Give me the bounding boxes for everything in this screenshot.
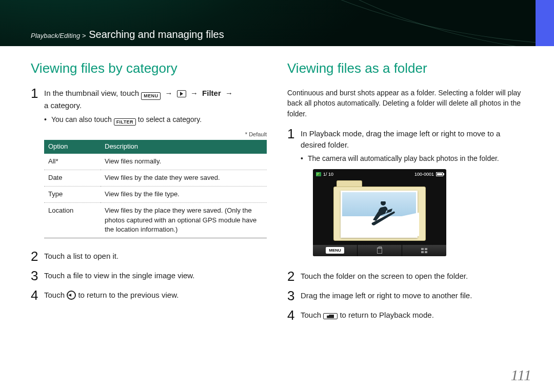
back-icon bbox=[67, 291, 76, 300]
step-number: 4 bbox=[31, 288, 44, 302]
folder-image bbox=[333, 180, 426, 241]
step-number: 4 bbox=[287, 308, 301, 322]
screen-bottombar: MENU bbox=[313, 245, 446, 256]
step-4-left: 4 Touch to return to the previous view. bbox=[31, 290, 267, 302]
step1-text-a: In the thumbnail view, touch bbox=[44, 89, 141, 97]
trash-icon bbox=[377, 247, 382, 254]
opt-cell: Date bbox=[44, 170, 101, 186]
arrow-icon: → bbox=[165, 89, 173, 97]
menu-badge-icon: MENU bbox=[141, 92, 161, 100]
section-tab bbox=[536, 0, 554, 46]
page-number: 111 bbox=[510, 366, 531, 384]
screen-counter: 1/ 10 bbox=[323, 172, 333, 177]
table-row: Date View files by the date they were sa… bbox=[44, 170, 267, 186]
table-row: Type View files by the file type. bbox=[44, 186, 267, 202]
step-2-left: 2 Touch a list to open it. bbox=[31, 251, 267, 263]
photo-thumbnail bbox=[341, 191, 418, 238]
screen-thumb-button[interactable] bbox=[402, 245, 446, 256]
menu-label: MENU bbox=[326, 247, 344, 254]
battery-icon bbox=[436, 172, 443, 176]
options-table: Option Description All* View files norma… bbox=[44, 140, 267, 238]
step-1-left: 1 In the thumbnail view, touch MENU → → … bbox=[31, 88, 267, 238]
sub-bullet: • The camera will automatically play bac… bbox=[301, 153, 523, 163]
step-number: 1 bbox=[31, 87, 44, 100]
breadcrumb: Playback/Editing > Searching and managin… bbox=[31, 29, 224, 40]
opt-cell: Location bbox=[44, 202, 101, 238]
step4-text-b: to return to the previous view. bbox=[78, 291, 179, 299]
intro-paragraph: Continuous and burst shots appear as a f… bbox=[287, 88, 523, 119]
step-text: Touch a file to view in the single image… bbox=[44, 270, 267, 281]
play-icon bbox=[177, 90, 186, 97]
step-number: 2 bbox=[287, 270, 301, 283]
sub-bullet: • You can also touch FILTER to select a … bbox=[44, 114, 267, 126]
step4-text-a: Touch bbox=[44, 291, 67, 299]
step4-text-a: Touch bbox=[301, 311, 323, 319]
filter-badge-icon: FILTER bbox=[114, 118, 136, 126]
section-heading-right: Viewing files as a folder bbox=[287, 60, 523, 76]
step1-text-b: a category. bbox=[44, 101, 82, 110]
screen-delete-button[interactable] bbox=[358, 245, 402, 256]
step-number: 3 bbox=[287, 289, 301, 302]
table-row: Location View files by the place they we… bbox=[44, 202, 267, 238]
left-column: Viewing files by category 1 In the thumb… bbox=[31, 60, 267, 329]
desc-cell: View files normally. bbox=[101, 154, 267, 170]
screen-menu-button[interactable]: MENU bbox=[313, 245, 358, 256]
step-text: Touch a list to open it. bbox=[44, 251, 267, 262]
table-header-option: Option bbox=[44, 140, 101, 154]
filter-word: Filter bbox=[202, 89, 221, 97]
step-text: Touch the folder on the screen to open t… bbox=[301, 271, 523, 282]
breadcrumb-title: Searching and managing files bbox=[89, 29, 224, 40]
grid-icon bbox=[421, 248, 427, 253]
step-2-right: 2 Touch the folder on the screen to open… bbox=[287, 271, 523, 283]
step-text: In Playback mode, drag the image left or… bbox=[301, 129, 500, 149]
section-heading-left: Viewing files by category bbox=[31, 60, 267, 76]
screen-fileno: 100-0001 bbox=[414, 172, 434, 177]
step-1-right: 1 In Playback mode, drag the image left … bbox=[287, 128, 523, 263]
desc-cell: View files by the date they were saved. bbox=[101, 170, 267, 186]
breadcrumb-section: Playback/Editing > bbox=[31, 32, 86, 39]
bullet-text-a: You can also touch bbox=[51, 115, 114, 123]
desc-cell: View files by the file type. bbox=[101, 186, 267, 202]
default-footnote: * Default bbox=[44, 131, 267, 139]
step-number: 2 bbox=[31, 250, 44, 263]
right-column: Viewing files as a folder Continuous and… bbox=[287, 60, 523, 329]
step4-text-b: to return to Playback mode. bbox=[340, 311, 433, 319]
snowboarder-silhouette bbox=[368, 201, 399, 227]
screen-topbar: 1/ 10 100-0001 bbox=[316, 171, 443, 178]
bullet-text: The camera will automatically play back … bbox=[308, 153, 499, 163]
opt-cell: Type bbox=[44, 186, 101, 202]
content-columns: Viewing files by category 1 In the thumb… bbox=[31, 60, 523, 329]
table-row: All* View files normally. bbox=[44, 154, 267, 170]
opt-cell: All* bbox=[44, 154, 101, 170]
folder-button-icon bbox=[323, 313, 338, 319]
table-header-description: Description bbox=[101, 140, 267, 154]
step-3-left: 3 Touch a file to view in the single ima… bbox=[31, 270, 267, 282]
desc-cell: View files by the place they were saved.… bbox=[101, 202, 267, 238]
arrow-icon: → bbox=[190, 89, 198, 97]
camera-screen-mockup: 1/ 10 100-0001 bbox=[313, 169, 446, 256]
step-text: Drag the image left or right to move to … bbox=[301, 290, 523, 301]
picture-icon bbox=[316, 172, 321, 176]
arrow-icon: → bbox=[225, 89, 233, 97]
step-4-right: 4 Touch to return to Playback mode. bbox=[287, 310, 523, 322]
step-number: 1 bbox=[287, 127, 301, 140]
step-number: 3 bbox=[31, 269, 44, 282]
bullet-text-b: to select a category. bbox=[138, 115, 202, 123]
step-3-right: 3 Drag the image left or right to move t… bbox=[287, 290, 523, 302]
